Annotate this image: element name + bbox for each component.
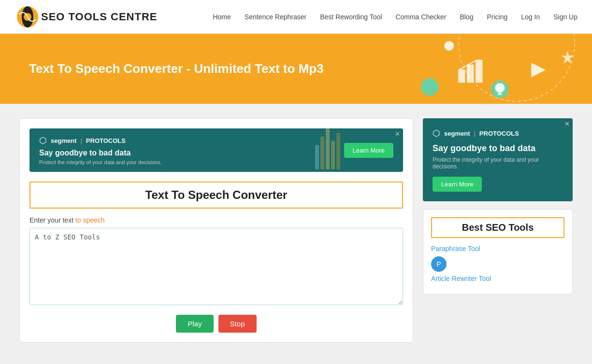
- hero-decoration: [296, 34, 592, 104]
- nav-signup[interactable]: Sign Up: [553, 13, 578, 21]
- button-row: Play Stop: [29, 315, 403, 333]
- ad-right-separator: |: [474, 130, 475, 137]
- paraphrase-tool-link[interactable]: Paraphrase Tool: [431, 245, 564, 252]
- ad-right-subtext: Protect the integrity of your data and y…: [433, 156, 563, 170]
- ad-left-content: ⬡ segment | PROTOCOLS Say goodbye to bad…: [39, 135, 162, 165]
- logo-icon: [14, 5, 41, 29]
- ad-headline: Say goodbye to bad data: [39, 149, 162, 157]
- ad-protocols: PROTOCOLS: [86, 137, 126, 144]
- nav-best-rewording-tool[interactable]: Best Rewording Tool: [320, 13, 382, 21]
- paraphrase-tool-icon: P: [431, 256, 447, 272]
- logo-link[interactable]: SEO TOOLS CENTRE: [14, 5, 158, 29]
- left-column: ⬡ segment | PROTOCOLS Say goodbye to bad…: [19, 118, 413, 343]
- ad-banner-left: ⬡ segment | PROTOCOLS Say goodbye to bad…: [29, 128, 403, 172]
- svg-marker-12: [531, 63, 546, 77]
- label-highlight: to speech: [75, 216, 105, 224]
- nav-links: Home Sentence Rephraser Best Rewording T…: [213, 13, 578, 21]
- svg-point-7: [444, 41, 454, 51]
- ad-brand-name: segment: [51, 137, 76, 144]
- hero-banner: Text To Speech Converter - Unlimited Tex…: [0, 34, 592, 104]
- ad-right-close-icon[interactable]: ✕: [564, 120, 570, 127]
- tool-title: Text To Speech Converter: [36, 188, 396, 202]
- best-tools-title-bar: Best SEO Tools: [431, 217, 564, 238]
- best-tools-title: Best SEO Tools: [436, 222, 560, 233]
- main-content: ⬡ segment | PROTOCOLS Say goodbye to bad…: [0, 104, 592, 357]
- svg-point-8: [421, 78, 438, 96]
- hero-title: Text To Speech Converter - Unlimited Tex…: [29, 61, 324, 76]
- nav-sentence-rephraser[interactable]: Sentence Rephraser: [245, 13, 306, 21]
- ad-close-icon[interactable]: ✕: [395, 130, 400, 138]
- best-seo-tools-box: Best SEO Tools Paraphrase Tool P Article…: [423, 209, 573, 294]
- ad-right-brand-name: segment: [444, 130, 470, 137]
- nav-comma-checker[interactable]: Comma Checker: [395, 13, 446, 21]
- stop-button[interactable]: Stop: [218, 315, 257, 333]
- svg-rect-6: [476, 60, 482, 82]
- ad-right-protocols: PROTOCOLS: [479, 130, 519, 137]
- paraphrase-tool-icon-row: P: [431, 256, 564, 272]
- svg-marker-13: [561, 51, 574, 64]
- article-rewriter-link[interactable]: Article Rewriter Tool: [431, 275, 564, 282]
- svg-point-9: [491, 81, 508, 98]
- ad-brand-row: ⬡ segment | PROTOCOLS: [39, 135, 162, 146]
- svg-rect-11: [498, 93, 502, 95]
- play-button[interactable]: Play: [176, 315, 213, 333]
- ad-learn-more-button[interactable]: Learn More: [344, 143, 393, 158]
- logo-text: SEO TOOLS CENTRE: [41, 11, 158, 23]
- nav-blog[interactable]: Blog: [460, 13, 473, 21]
- svg-rect-4: [459, 70, 464, 82]
- nav-home[interactable]: Home: [213, 13, 231, 21]
- text-input[interactable]: A to Z SEO Tools: [29, 228, 403, 305]
- ad-banner-right: ⬡ segment | PROTOCOLS Say goodbye to bad…: [423, 118, 573, 201]
- textarea-label: Enter your text to speech: [29, 216, 403, 224]
- navbar: SEO TOOLS CENTRE Home Sentence Rephraser…: [0, 0, 592, 34]
- ad-right-learn-more-button[interactable]: Learn More: [433, 177, 482, 192]
- ad-right-headline: Say goodbye to bad data: [433, 143, 563, 154]
- svg-point-3: [459, 34, 575, 101]
- nav-pricing[interactable]: Pricing: [487, 13, 507, 21]
- ad-right-brand-row: ⬡ segment | PROTOCOLS: [433, 128, 563, 139]
- svg-rect-5: [467, 65, 473, 82]
- ad-separator: |: [80, 137, 82, 144]
- tool-title-box: Text To Speech Converter: [29, 182, 403, 209]
- right-column: ⬡ segment | PROTOCOLS Say goodbye to bad…: [423, 118, 573, 343]
- ad-subtext: Protect the integrity of your data and y…: [39, 159, 162, 165]
- nav-login[interactable]: Log In: [521, 13, 540, 21]
- svg-point-10: [495, 83, 505, 93]
